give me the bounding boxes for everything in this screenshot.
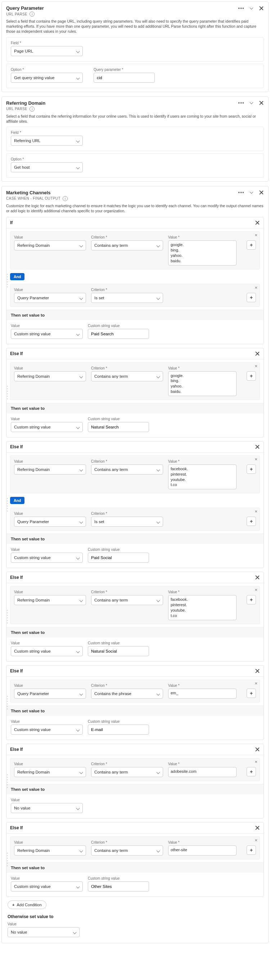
clause-value-select[interactable]: Query Parameter [14, 517, 86, 527]
clause-criterion-select[interactable]: Contains any term [91, 767, 163, 777]
then-value-input[interactable] [88, 646, 149, 656]
then-value-select[interactable]: Custom string value [11, 329, 83, 339]
remove-clause-icon[interactable]: × [254, 457, 257, 461]
option-select[interactable]: Get host [11, 162, 83, 172]
value-textarea[interactable]: other-site [168, 845, 236, 856]
clause-criterion-select[interactable]: Is set [91, 293, 163, 303]
custom-string-label: Custom string value [88, 877, 120, 880]
then-value-select[interactable]: Custom string value [11, 881, 83, 891]
and-connector[interactable]: And [10, 273, 24, 280]
then-value-input[interactable] [88, 881, 149, 891]
info-icon[interactable]: i [62, 196, 68, 201]
then-value-input[interactable] [88, 422, 149, 432]
add-clause-button[interactable]: + [247, 595, 256, 605]
value-textarea[interactable]: facebook. pinterest. youtube. t.co [168, 595, 236, 620]
remove-clause-icon[interactable]: × [254, 681, 257, 686]
remove-clause-icon[interactable]: × [254, 759, 257, 764]
section-description: Select a field that contains the page UR… [6, 19, 264, 34]
then-value-input[interactable] [88, 329, 149, 339]
clause-criterion-select[interactable]: Is set [91, 517, 163, 527]
value-label: Value [11, 798, 20, 802]
add-clause-button[interactable]: + [247, 240, 256, 250]
clause-value-select[interactable]: Query Parameter [14, 689, 86, 698]
close-icon[interactable] [255, 747, 260, 752]
clause-criterion-select[interactable]: Contains any term [91, 240, 163, 250]
then-value-select[interactable]: Custom string value [11, 553, 83, 563]
add-clause-button[interactable]: + [247, 371, 256, 381]
clause-criterion-select[interactable]: Contains the phrase [91, 689, 163, 698]
add-clause-button[interactable]: + [247, 293, 256, 302]
then-value-input[interactable] [88, 553, 149, 563]
value-label: Value [11, 641, 20, 645]
add-clause-button[interactable]: + [247, 845, 256, 855]
add-clause-button[interactable]: + [247, 767, 256, 776]
clause-value-select[interactable]: Referring Domain [14, 845, 86, 856]
remove-clause-icon[interactable]: × [254, 587, 257, 592]
info-icon[interactable]: i [30, 107, 35, 111]
and-connector[interactable]: And [10, 497, 24, 504]
value-textarea[interactable]: adobesite.com [168, 767, 236, 777]
then-value-select[interactable]: Custom string value [11, 422, 83, 432]
clause-criterion-select[interactable]: Contains any term [91, 845, 163, 856]
field-select[interactable]: Page URL [11, 46, 83, 56]
close-icon[interactable] [255, 668, 260, 673]
close-icon[interactable] [259, 6, 264, 11]
then-value-select[interactable]: Custom string value [11, 725, 83, 735]
close-icon[interactable] [259, 100, 264, 105]
add-clause-button[interactable]: + [247, 689, 256, 698]
field-select[interactable]: Referring URL [11, 136, 83, 146]
close-icon[interactable] [255, 220, 260, 225]
field-group: Field* Referring URL [6, 127, 264, 151]
option-select[interactable]: Get query string value [11, 73, 83, 83]
info-icon[interactable]: i [30, 11, 35, 17]
close-icon[interactable] [255, 444, 260, 449]
clause-value-select[interactable]: Referring Domain [14, 595, 86, 605]
option-label: Option [11, 157, 21, 161]
clause-value-select[interactable]: Referring Domain [14, 465, 86, 474]
clause-value-select[interactable]: Query Parameter [14, 293, 86, 303]
close-icon[interactable] [255, 825, 260, 830]
value-textarea[interactable]: google. bing. yahoo. baidu. [168, 371, 236, 396]
condition-head: Else If [10, 668, 23, 673]
then-value-select[interactable]: No value [11, 803, 83, 813]
query-param-input[interactable] [94, 73, 155, 83]
more-icon[interactable]: ••• [238, 6, 244, 11]
remove-clause-icon[interactable]: × [254, 285, 257, 290]
add-clause-button[interactable]: + [247, 517, 256, 526]
clause-value-select[interactable]: Referring Domain [14, 371, 86, 381]
clause-value-select[interactable]: Referring Domain [14, 767, 86, 777]
then-label: Then set value to [6, 627, 264, 638]
chevron-down-icon[interactable] [249, 6, 254, 10]
clause-criterion-select[interactable]: Contains any term [91, 465, 163, 474]
otherwise-value-select[interactable]: No value [8, 927, 80, 937]
chevron-down-icon[interactable] [249, 190, 254, 195]
remove-clause-icon[interactable]: × [254, 364, 257, 368]
value-label: Value [14, 460, 23, 463]
remove-clause-icon[interactable]: × [254, 233, 257, 237]
condition-card: Else If × Value Referring Domain Criteri… [6, 441, 264, 568]
remove-clause-icon[interactable]: × [254, 509, 257, 514]
clause: × Value Referring Domain Criterion* Cont… [10, 837, 260, 859]
add-condition-button[interactable]: + Add Condition [8, 900, 46, 909]
value-textarea[interactable]: google. bing. yahoo. baidu. [168, 240, 236, 265]
close-icon[interactable] [255, 575, 260, 580]
criterion-label: Criterion [91, 235, 105, 239]
close-icon[interactable] [259, 190, 264, 195]
clause-criterion-select[interactable]: Contains any term [91, 371, 163, 381]
more-icon[interactable]: ••• [238, 100, 244, 105]
clause-criterion-select[interactable]: Contains any term [91, 595, 163, 605]
value-label: Value [14, 235, 23, 239]
clause-value-select[interactable]: Referring Domain [14, 240, 86, 250]
remove-clause-icon[interactable]: × [254, 838, 257, 843]
add-clause-button[interactable]: + [247, 465, 256, 474]
chevron-down-icon[interactable] [249, 101, 254, 105]
then-label: Then set value to [6, 784, 264, 794]
condition-head: Else If [10, 825, 23, 830]
then-value-input[interactable] [88, 725, 149, 735]
close-icon[interactable] [255, 351, 260, 356]
more-icon[interactable]: ••• [238, 190, 244, 195]
then-value-select[interactable]: Custom string value [11, 646, 83, 656]
value-textarea[interactable]: facebook. pinterest. youtube. t.co [168, 465, 236, 489]
criterion-label: Criterion [91, 840, 105, 844]
value-textarea[interactable]: em_ [168, 689, 236, 698]
